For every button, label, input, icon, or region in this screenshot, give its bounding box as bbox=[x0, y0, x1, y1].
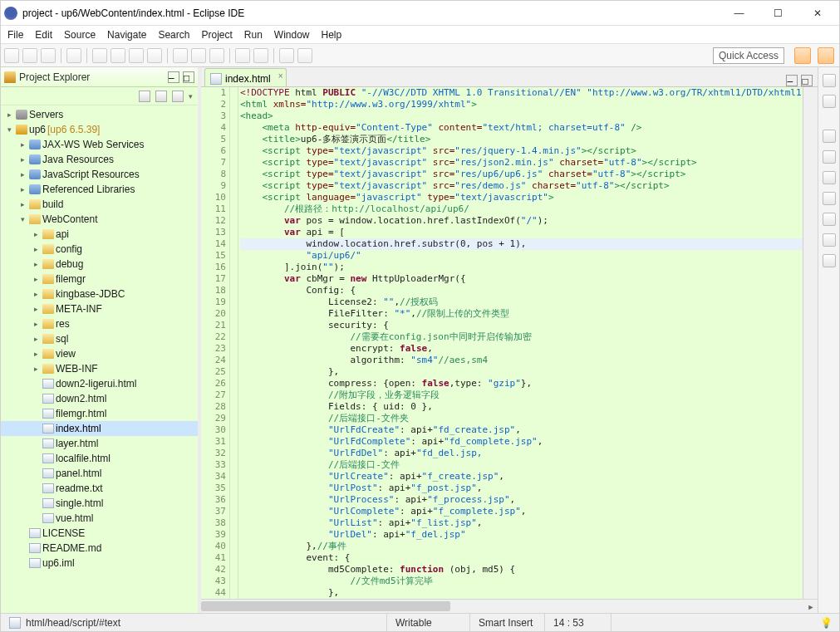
tree-node[interactable]: up6.iml bbox=[1, 556, 198, 571]
tree-node[interactable]: README.md bbox=[1, 541, 198, 556]
new-class-button[interactable] bbox=[191, 48, 206, 63]
tree-node[interactable]: single.html bbox=[1, 496, 198, 511]
minimize-editor-icon[interactable]: – bbox=[786, 75, 798, 86]
scroll-right-icon[interactable]: ► bbox=[803, 600, 818, 613]
tree-node[interactable]: ▸debug bbox=[1, 257, 198, 272]
search-button[interactable] bbox=[235, 48, 250, 63]
tree-node[interactable]: layer.html bbox=[1, 436, 198, 451]
tree-node[interactable]: ▸META-INF bbox=[1, 301, 198, 316]
data-source-icon[interactable] bbox=[823, 233, 836, 247]
tree-node[interactable]: ▸JavaScript Resources bbox=[1, 167, 198, 182]
overview-ruler[interactable] bbox=[803, 87, 818, 599]
horizontal-scrollbar[interactable]: ◄ ► bbox=[201, 599, 818, 613]
expand-icon[interactable]: ▸ bbox=[17, 170, 27, 179]
menu-edit[interactable]: Edit bbox=[35, 29, 52, 41]
expand-icon[interactable]: ▸ bbox=[31, 230, 41, 238]
scroll-thumb[interactable] bbox=[201, 601, 450, 611]
tree-node[interactable]: filemgr.html bbox=[1, 406, 198, 421]
tree-node[interactable]: ▸kingbase-JDBC bbox=[1, 287, 198, 301]
expand-icon[interactable]: ▸ bbox=[31, 290, 41, 298]
maximize-view-icon[interactable]: □ bbox=[183, 71, 194, 83]
tree-node[interactable]: ▸view bbox=[1, 346, 198, 361]
view-menu-icon[interactable]: ▾ bbox=[189, 92, 193, 100]
tree-node[interactable]: ▸api bbox=[1, 227, 198, 242]
expand-icon[interactable]: ▸ bbox=[31, 245, 41, 253]
expand-icon[interactable]: ▸ bbox=[17, 140, 27, 149]
nav-forward-button[interactable] bbox=[297, 48, 312, 63]
tree-node[interactable]: localfile.html bbox=[1, 451, 198, 466]
tree-node[interactable]: ▾up6 [up6 6.5.39] bbox=[1, 122, 198, 137]
tree-node[interactable]: ▾WebContent bbox=[1, 212, 198, 227]
expand-icon[interactable]: ▸ bbox=[31, 260, 41, 268]
tree-node[interactable]: ▸WEB-INF bbox=[1, 361, 198, 376]
properties-icon[interactable] bbox=[823, 192, 836, 205]
menu-search[interactable]: Search bbox=[158, 29, 189, 41]
tip-icon[interactable]: 💡 bbox=[820, 617, 839, 629]
expand-icon[interactable]: ▸ bbox=[4, 110, 14, 119]
servers-icon[interactable] bbox=[823, 213, 836, 226]
new-button[interactable] bbox=[4, 48, 19, 63]
project-explorer-tab[interactable]: Project Explorer – □ bbox=[1, 67, 198, 87]
tree-node[interactable]: down2.html bbox=[1, 391, 198, 406]
expand-icon[interactable]: ▸ bbox=[31, 335, 41, 343]
new-server-button[interactable] bbox=[173, 48, 188, 63]
project-tree[interactable]: ▸Servers▾up6 [up6 6.5.39]▸JAX-WS Web Ser… bbox=[1, 105, 198, 613]
expand-icon[interactable]: ▸ bbox=[31, 320, 41, 328]
annotation-button[interactable] bbox=[253, 48, 268, 63]
maximize-editor-icon[interactable]: □ bbox=[801, 75, 813, 86]
task-list-icon[interactable] bbox=[823, 95, 836, 108]
tree-node[interactable]: ▸build bbox=[1, 197, 198, 212]
outline-view-icon[interactable] bbox=[823, 74, 836, 87]
menu-source[interactable]: Source bbox=[64, 29, 96, 41]
maximize-button[interactable]: ☐ bbox=[759, 2, 797, 25]
link-editor-icon[interactable] bbox=[155, 91, 167, 102]
snippets-icon[interactable] bbox=[823, 150, 836, 164]
coverage-button[interactable] bbox=[147, 48, 162, 63]
expand-icon[interactable]: ▸ bbox=[17, 185, 27, 194]
run-button[interactable] bbox=[111, 48, 125, 63]
quick-access-input[interactable]: Quick Access bbox=[713, 47, 784, 64]
menu-run[interactable]: Run bbox=[244, 29, 263, 41]
expand-icon[interactable]: ▾ bbox=[17, 215, 27, 223]
markers-icon[interactable] bbox=[823, 171, 836, 184]
tree-node[interactable]: LICENSE bbox=[1, 526, 198, 541]
close-tab-icon[interactable]: × bbox=[278, 71, 283, 81]
menu-help[interactable]: Help bbox=[322, 29, 342, 41]
editor-tab-index-html[interactable]: index.html × bbox=[204, 68, 287, 86]
tree-node[interactable]: ▸Servers bbox=[1, 107, 198, 122]
tree-node[interactable]: ▸res bbox=[1, 316, 198, 331]
tree-node[interactable]: ▸JAX-WS Web Services bbox=[1, 137, 198, 152]
expand-icon[interactable]: ▸ bbox=[31, 305, 41, 313]
tree-node[interactable]: ▸Referenced Libraries bbox=[1, 182, 198, 197]
menu-file[interactable]: File bbox=[7, 29, 23, 41]
tree-node[interactable]: ▸filemgr bbox=[1, 272, 198, 287]
expand-icon[interactable]: ▾ bbox=[4, 125, 14, 134]
filter-icon[interactable] bbox=[172, 91, 184, 102]
expand-icon[interactable]: ▸ bbox=[17, 200, 27, 208]
build-button[interactable] bbox=[66, 48, 81, 63]
menu-navigate[interactable]: Navigate bbox=[107, 29, 146, 41]
tree-node[interactable]: down2-ligerui.html bbox=[1, 376, 198, 391]
java-ee-perspective-button[interactable] bbox=[818, 47, 834, 64]
save-button[interactable] bbox=[22, 48, 37, 63]
save-all-button[interactable] bbox=[41, 48, 56, 63]
minimize-view-icon[interactable]: – bbox=[168, 71, 179, 83]
expand-icon[interactable]: ▸ bbox=[31, 350, 41, 358]
nav-back-button[interactable] bbox=[279, 48, 294, 63]
close-button[interactable]: ✕ bbox=[798, 2, 836, 25]
menu-project[interactable]: Project bbox=[201, 29, 232, 41]
expand-icon[interactable]: ▸ bbox=[31, 365, 41, 373]
run-last-button[interactable] bbox=[129, 48, 144, 63]
tree-node[interactable]: readme.txt bbox=[1, 481, 198, 496]
open-perspective-button[interactable] bbox=[794, 47, 811, 64]
debug-button[interactable] bbox=[92, 48, 107, 63]
tree-node[interactable]: panel.html bbox=[1, 466, 198, 481]
tree-node[interactable]: ▸config bbox=[1, 242, 198, 257]
tree-node[interactable]: index.html bbox=[1, 421, 198, 436]
console-icon[interactable] bbox=[823, 254, 836, 267]
collapse-all-icon[interactable] bbox=[139, 91, 150, 102]
fold-bar[interactable] bbox=[230, 87, 238, 599]
expand-icon[interactable]: ▸ bbox=[31, 275, 41, 283]
expand-icon[interactable]: ▸ bbox=[17, 155, 27, 164]
minimize-button[interactable]: — bbox=[720, 2, 758, 25]
